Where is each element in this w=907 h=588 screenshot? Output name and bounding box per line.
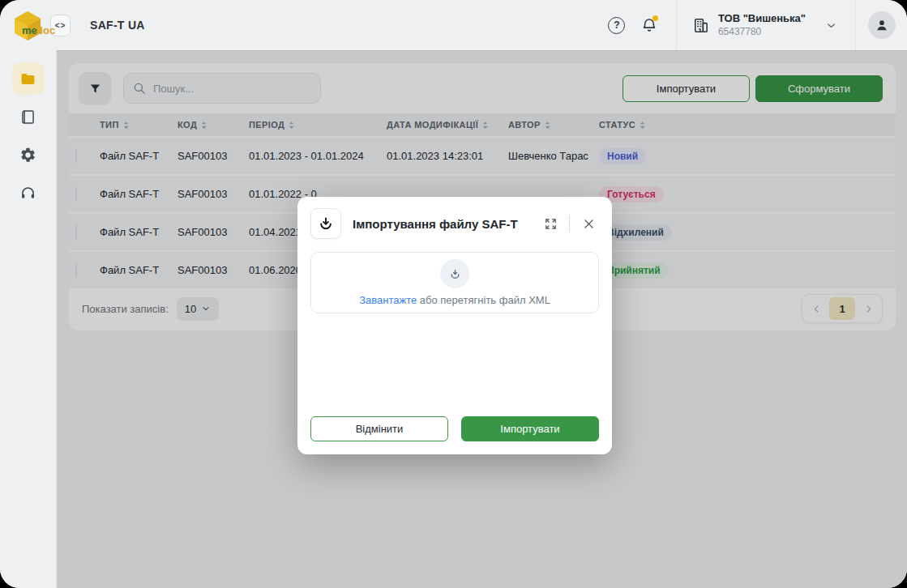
top-bar-right: ? ТОВ "Вишенька" 65437780 [606, 0, 907, 50]
help-icon: ? [608, 17, 625, 34]
logo-text-doc: doc [36, 24, 55, 36]
app-window: me doc <> SAF-T UA ? [0, 0, 907, 588]
download-icon [447, 266, 463, 282]
expand-icon [544, 217, 558, 231]
company-selector[interactable]: ТОВ "Вишенька" 65437780 [677, 0, 855, 50]
medoc-logo: me doc [11, 9, 47, 41]
sidebar-item-settings[interactable] [12, 138, 45, 171]
dropzone-text: Завантажте або перетягніть файл XML [359, 294, 550, 306]
modal-title: Імпортування файлу SAF-T [353, 217, 518, 231]
person-icon [874, 17, 890, 33]
modal-controls-divider [569, 215, 570, 232]
notifications-button[interactable] [639, 15, 660, 36]
building-icon [691, 16, 710, 35]
company-texts: ТОВ "Вишенька" 65437780 [718, 12, 806, 37]
book-icon [19, 109, 36, 126]
modal-header: Імпортування файлу SAF-T [297, 197, 612, 247]
page-title: SAF-T UA [90, 19, 145, 32]
sidebar-item-support[interactable] [12, 177, 45, 209]
import-modal: Імпортування файлу SAF-T [297, 197, 612, 454]
notification-dot [652, 15, 658, 21]
headset-icon [19, 185, 36, 202]
modal-import-button[interactable]: Імпортувати [461, 416, 599, 441]
cancel-button[interactable]: Відмінити [310, 416, 448, 441]
upload-circle [440, 259, 469, 288]
modal-footer: Відмінити Імпортувати [310, 416, 599, 441]
logo-text-me: me [22, 24, 37, 36]
sidebar-item-documents[interactable] [12, 62, 45, 95]
avatar [868, 11, 896, 39]
sidebar [0, 50, 57, 588]
file-dropzone[interactable]: Завантажте або перетягніть файл XML [310, 252, 599, 313]
company-code: 65437780 [718, 26, 806, 38]
chevron-down-icon [825, 19, 837, 32]
folder-icon [19, 70, 36, 87]
sidebar-item-registry[interactable] [12, 100, 45, 133]
company-name: ТОВ "Вишенька" [718, 12, 806, 25]
top-bar: me doc <> SAF-T UA ? [0, 0, 907, 51]
gear-icon [19, 147, 36, 164]
close-modal-button[interactable] [578, 213, 599, 234]
import-icon-badge [310, 208, 341, 239]
modal-controls [540, 213, 599, 234]
download-icon [318, 215, 334, 232]
upload-link[interactable]: Завантажте [359, 294, 417, 306]
expand-modal-button[interactable] [540, 213, 561, 234]
dropzone-hint: або перетягніть файл XML [417, 294, 550, 306]
help-button[interactable]: ? [606, 15, 627, 36]
close-icon [582, 217, 596, 231]
user-menu-button[interactable] [856, 0, 907, 50]
